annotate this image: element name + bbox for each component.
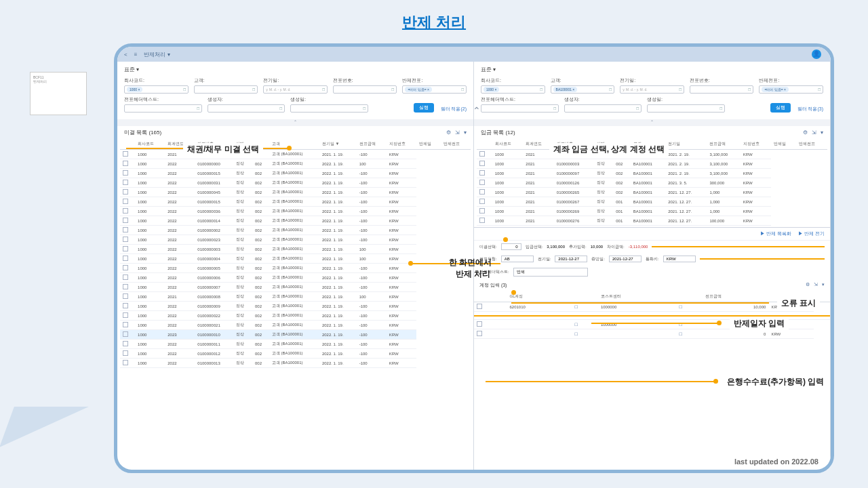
filter-token[interactable]: =비어 있음= × [762, 87, 789, 92]
column-header[interactable]: 지정번호 [387, 139, 416, 150]
table-row[interactable]: 100020220100000031정상002고객 (BA100001)2022… [120, 178, 471, 188]
table-row[interactable]: 100020220100000023정상002고객 (BA100001)2022… [120, 235, 471, 245]
column-header[interactable]: 코스트센터 [598, 291, 676, 302]
filter-count-link[interactable]: 필터 적용(3) [797, 106, 824, 113]
filter-cleardoc[interactable]: 반제전표:=비어 있음= ×☐ [759, 77, 823, 94]
filter-input[interactable]: y. M. d. - y. M. d.☐ [620, 85, 684, 94]
table-row[interactable]: 100020220100000002정상002고객 (BA100001)2022… [120, 226, 471, 235]
value-help-icon[interactable]: ☐ [572, 320, 598, 329]
row-checkbox[interactable] [123, 208, 128, 214]
row-checkbox[interactable] [123, 350, 128, 356]
table-row[interactable]: 100020220100000036정상002고객 (BA100001)2022… [120, 207, 471, 216]
gl-account-cell[interactable] [507, 329, 571, 339]
row-checkbox[interactable] [123, 161, 128, 166]
table-row[interactable]: 100020220100000015정상002고객 (BA100001)2022… [120, 169, 471, 178]
row-checkbox[interactable] [123, 341, 128, 346]
column-header[interactable]: 반제일 [771, 139, 796, 150]
filter-input[interactable]: =비어 있음= ×☐ [759, 85, 823, 94]
value-help-icon[interactable]: ☐ [363, 106, 366, 110]
doctype-input[interactable]: AB [501, 256, 534, 262]
filter-creator[interactable]: 생성자:☐ [564, 96, 642, 113]
column-header[interactable]: 전기일 ▼ [319, 139, 357, 150]
table-row[interactable]: 100020220100000004정상002고객 (BA100001)2022… [120, 254, 471, 264]
table-row[interactable]: 100020220100000006정상002고객 (BA100001)2022… [120, 273, 471, 283]
filter-company[interactable]: 회사코드:1000 ×☐ [481, 77, 545, 94]
column-header[interactable]: 전표금액 [357, 139, 387, 150]
filter-cleardoc[interactable]: 반제전표:=비어 있음= ×☐ [402, 77, 467, 94]
filter-token[interactable]: 1000 × [127, 87, 142, 92]
column-header[interactable] [572, 291, 598, 302]
posting-input[interactable]: 2021-12-27 [555, 256, 587, 262]
value-help-icon[interactable]: ☐ [391, 87, 394, 92]
row-checkbox[interactable] [479, 199, 485, 204]
filter-token[interactable]: =비어 있음= × [405, 87, 432, 92]
value-help-icon[interactable]: ☐ [540, 87, 542, 92]
row-checkbox[interactable] [123, 256, 128, 261]
export-icon[interactable]: ⇲ [455, 129, 460, 136]
filter-posting[interactable]: 전기일:y. M. d. - y. M. d.☐ [263, 77, 328, 94]
right-pane-label[interactable]: 표준 ▾ [474, 62, 830, 77]
collapse-icon[interactable]: ⌃ [117, 119, 473, 126]
filter-doctext[interactable]: 전표헤더텍스트:☐ [124, 96, 202, 113]
column-header[interactable] [474, 291, 507, 302]
value-help-icon[interactable]: ☐ [252, 87, 255, 92]
row-checkbox[interactable] [479, 151, 485, 157]
filter-docno[interactable]: 전표번호:☐ [333, 77, 397, 94]
value-help-icon[interactable]: ☐ [676, 329, 703, 339]
column-header[interactable]: 반제전표 [796, 139, 827, 150]
row-checkbox[interactable] [123, 274, 128, 280]
splitter-arrow-icon[interactable]: ⌃ [473, 105, 481, 116]
value-help-icon[interactable]: ☐ [322, 87, 325, 92]
filter-creator[interactable]: 생성자:☐ [208, 96, 285, 113]
table-row[interactable]: 100020220100000022정상002고객 (BA100001)2022… [120, 311, 471, 321]
filter-docno[interactable]: 전표번호:☐ [690, 77, 754, 94]
row-checkbox[interactable] [123, 312, 128, 318]
row-checkbox[interactable] [477, 321, 482, 327]
collapse-icon[interactable]: ⌃ [474, 119, 830, 126]
column-header[interactable] [676, 291, 703, 302]
table-row[interactable]: 100020220100000015정상002고객 (BA100001)2022… [120, 197, 471, 207]
row-checkbox[interactable] [123, 170, 128, 176]
back-icon[interactable]: < [124, 52, 127, 58]
filter-input[interactable]: y. M. d. - y. M. d.☐ [263, 85, 328, 94]
filter-input[interactable]: ☐ [333, 85, 397, 94]
filter-token[interactable]: BA100001 × [553, 87, 578, 92]
expand-icon[interactable]: ▾ [821, 129, 823, 136]
filter-input[interactable]: ☐ [290, 104, 368, 113]
menu-icon[interactable]: ≡ [134, 52, 138, 58]
row-checkbox[interactable] [479, 189, 485, 195]
filter-input[interactable]: ☐ [194, 85, 258, 94]
filter-input[interactable]: =비어 있음= ×☐ [402, 85, 467, 94]
row-checkbox[interactable] [123, 227, 128, 232]
row-checkbox[interactable] [477, 304, 482, 309]
filter-input[interactable]: BA100001 ×☐ [551, 85, 615, 94]
value-help-icon[interactable]: ☐ [818, 87, 821, 92]
value-help-icon[interactable]: ☐ [748, 87, 751, 92]
table-row[interactable]: 100020220100000021정상002고객 (BA100001)2022… [120, 321, 471, 330]
user-avatar-icon[interactable]: 👤 [812, 49, 821, 59]
row-checkbox[interactable] [479, 161, 485, 166]
row-checkbox[interactable] [123, 218, 128, 223]
costcenter-cell[interactable] [598, 329, 676, 339]
filter-input[interactable]: ☐ [564, 104, 642, 113]
row-checkbox[interactable] [123, 284, 128, 289]
row-checkbox[interactable] [123, 303, 128, 308]
row-checkbox[interactable] [123, 331, 128, 337]
table-row[interactable]: 100020220100000014정상002고객 (BA100001)2022… [120, 216, 471, 226]
filter-doctext[interactable]: 전표헤더텍스트:☐ [481, 96, 559, 113]
align-link[interactable]: ▶ 반제 목록화 [760, 230, 791, 237]
row-checkbox[interactable] [123, 180, 128, 185]
breadcrumb[interactable]: 반제처리 ▾ [144, 51, 170, 58]
table-row[interactable]: 100020230100000010정상002고객 (BA100001)2022… [120, 330, 471, 340]
filter-input[interactable]: ☐ [647, 104, 725, 113]
gl-account-cell[interactable] [507, 320, 571, 329]
row-checkbox[interactable] [479, 170, 485, 176]
table-row[interactable]: 100020210100000003001고객 (BA100001)2021. … [120, 150, 471, 159]
table-row[interactable]: 100020220100000007정상002고객 (BA100001)2022… [120, 283, 471, 292]
table-row[interactable]: 100020210100000008정상002고객 (BA100001)2022… [120, 292, 471, 302]
docdate-input[interactable]: 2021-12-27 [609, 256, 642, 262]
row-checkbox[interactable] [479, 208, 485, 214]
filter-input[interactable]: 1000 ×☐ [481, 85, 545, 94]
left-pane-label[interactable]: 표준 ▾ [117, 62, 473, 77]
row-checkbox[interactable] [477, 331, 482, 336]
